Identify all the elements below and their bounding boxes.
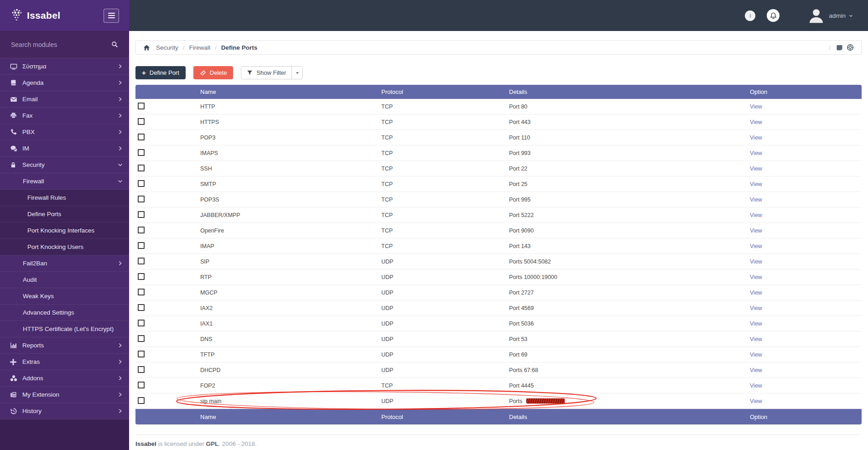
view-link[interactable]: View <box>750 367 762 373</box>
panel-note-icon[interactable] <box>836 44 843 51</box>
checkbox-cell <box>135 118 200 126</box>
sidebar-item-email[interactable]: Email <box>0 91 129 108</box>
sidebar-item-https-certificate-let-s-encrypt[interactable]: HTTPS Certificate (Let's Encrypt) <box>0 321 129 337</box>
view-link[interactable]: View <box>750 134 762 141</box>
row-checkbox[interactable] <box>138 366 145 373</box>
sidebar-item-im[interactable]: IM <box>0 140 129 157</box>
row-checkbox[interactable] <box>138 258 145 264</box>
view-link[interactable]: View <box>750 166 762 172</box>
filter-dropdown-caret[interactable] <box>291 67 302 79</box>
row-checkbox[interactable] <box>138 180 145 187</box>
row-checkbox[interactable] <box>138 227 145 233</box>
toolbar: + Define Port Delete Show Filter <box>135 66 862 79</box>
row-checkbox[interactable] <box>138 242 145 249</box>
row-checkbox[interactable] <box>138 351 145 357</box>
sidebar-item-label: Define Ports <box>27 211 61 217</box>
sidebar-item-firewall[interactable]: Firewall <box>0 173 129 190</box>
row-checkbox[interactable] <box>138 118 145 125</box>
view-link[interactable]: View <box>750 228 762 234</box>
breadcrumb-link-firewall[interactable]: Firewall <box>189 44 211 51</box>
port-details: Port 2727 <box>509 290 750 296</box>
view-link[interactable]: View <box>750 259 762 265</box>
sidebar-toggle-button[interactable] <box>104 9 119 23</box>
bell-icon[interactable] <box>767 9 780 22</box>
header-protocol: Protocol <box>381 88 509 95</box>
row-checkbox[interactable] <box>138 320 145 326</box>
row-checkbox[interactable] <box>138 273 145 280</box>
checkbox-cell <box>135 304 200 312</box>
sidebar-item-pbx[interactable]: PBX <box>0 124 129 140</box>
sidebar-item-firewall-rules[interactable]: Firewall Rules <box>0 190 129 206</box>
option-cell: View <box>750 243 862 249</box>
view-link[interactable]: View <box>750 274 762 280</box>
home-icon[interactable] <box>143 44 150 51</box>
view-link[interactable]: View <box>750 336 762 342</box>
sidebar-item-reports[interactable]: Reports <box>0 337 129 354</box>
cubes-icon <box>10 375 18 382</box>
sidebar-item-my-extension[interactable]: My Extension <box>0 387 129 403</box>
view-link[interactable]: View <box>750 305 762 311</box>
view-link[interactable]: View <box>750 119 762 125</box>
view-link[interactable]: View <box>750 243 762 249</box>
sidebar-item-history[interactable]: History <box>0 403 129 419</box>
port-details: Port 143 <box>509 243 750 249</box>
footer-gpl-link[interactable]: GPL <box>206 440 219 447</box>
row-checkbox[interactable] <box>138 165 145 171</box>
delete-button[interactable]: Delete <box>193 66 234 79</box>
port-name: SSH <box>200 166 381 172</box>
chart-icon <box>10 342 18 349</box>
view-link[interactable]: View <box>750 321 762 327</box>
sidebar-item-advanced-settings[interactable]: Advanced Settings <box>0 305 129 321</box>
sidebar-item-agenda[interactable]: Agenda <box>0 75 129 91</box>
header-option: Option <box>750 88 862 95</box>
view-link[interactable]: View <box>750 352 762 358</box>
sidebar-item-label: Port Knocking Interfaces <box>27 227 94 234</box>
search-icon[interactable] <box>111 41 118 48</box>
row-checkbox[interactable] <box>138 289 145 295</box>
show-filter-button[interactable]: Show Filter <box>241 67 291 79</box>
view-link[interactable]: View <box>750 181 762 187</box>
eraser-icon <box>200 70 206 76</box>
view-link[interactable]: View <box>750 383 762 389</box>
row-checkbox[interactable] <box>138 149 145 156</box>
view-link[interactable]: View <box>750 103 762 110</box>
sidebar-item-weak-keys[interactable]: Weak Keys <box>0 288 129 305</box>
row-checkbox[interactable] <box>138 335 145 342</box>
sidebar-item-define-ports[interactable]: Define Ports <box>0 206 129 222</box>
port-protocol: TCP <box>381 103 509 110</box>
breadcrumb-link-security[interactable]: Security <box>156 44 178 51</box>
user-menu[interactable]: admin <box>808 7 853 24</box>
row-checkbox[interactable] <box>138 397 145 404</box>
port-protocol: TCP <box>381 228 509 234</box>
sidebar-item-port-knocking-interfaces[interactable]: Port Knocking Interfaces <box>0 222 129 239</box>
sidebar-item-port-knocking-users[interactable]: Port Knocking Users <box>0 239 129 255</box>
row-checkbox[interactable] <box>138 304 145 311</box>
port-details: Port 110 <box>509 134 750 141</box>
sidebar-item-security[interactable]: Security <box>0 157 129 173</box>
row-checkbox[interactable] <box>138 134 145 140</box>
table-row-dhcpd: DHCPDUDPPorts 67:68View <box>135 362 862 378</box>
view-link[interactable]: View <box>750 398 762 404</box>
row-checkbox[interactable] <box>138 196 145 202</box>
chevron-right-icon <box>118 113 123 118</box>
help-lifering-icon[interactable] <box>847 44 854 51</box>
view-link[interactable]: View <box>750 197 762 203</box>
view-link[interactable]: View <box>750 150 762 156</box>
sidebar-item-extras[interactable]: Extras <box>0 354 129 370</box>
sidebar-item-fail2ban[interactable]: Fail2Ban <box>0 255 129 272</box>
info-icon[interactable]: i <box>745 10 755 21</box>
sidebar-item-addons[interactable]: Addons <box>0 370 129 387</box>
sidebar-item-audit[interactable]: Audit <box>0 272 129 288</box>
row-checkbox[interactable] <box>138 211 145 218</box>
row-checkbox[interactable] <box>138 103 145 109</box>
define-port-button[interactable]: + Define Port <box>135 66 186 79</box>
option-cell: View <box>750 336 862 342</box>
row-checkbox[interactable] <box>138 382 145 388</box>
port-protocol: TCP <box>381 119 509 125</box>
sidebar-item-fax[interactable]: Fax <box>0 108 129 124</box>
sidebar-item-[interactable]: Σύστημα <box>0 58 129 75</box>
search-input[interactable] <box>11 41 111 48</box>
view-link[interactable]: View <box>750 290 762 296</box>
view-link[interactable]: View <box>750 212 762 218</box>
checkbox-cell <box>135 289 200 297</box>
